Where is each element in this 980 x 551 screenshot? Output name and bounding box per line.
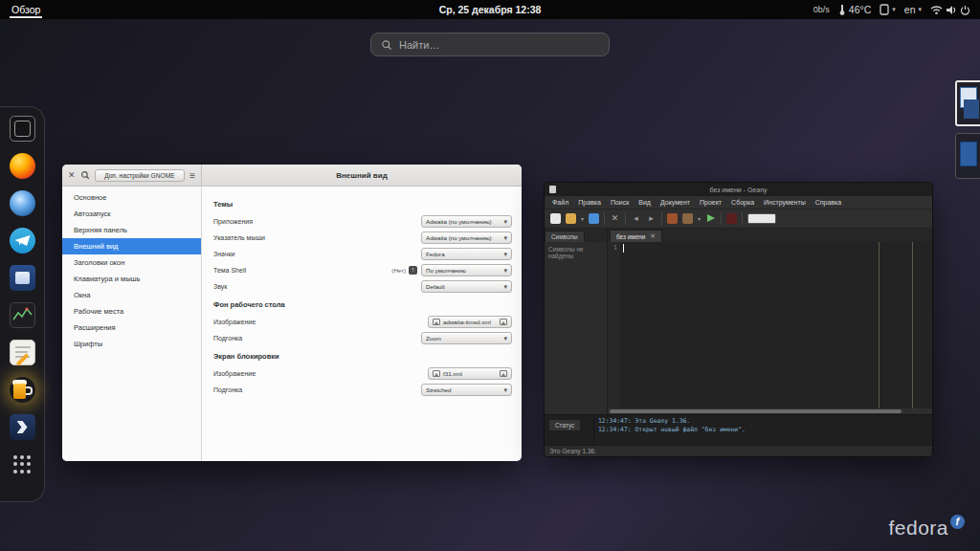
sidebar-item-topbar[interactable]: Верхняя панель — [62, 222, 201, 238]
sidebar-item-keyboard-mouse[interactable]: Клавиатура и мышь — [62, 271, 201, 287]
browser-icon — [10, 190, 35, 216]
new-file-button[interactable] — [550, 213, 561, 224]
geany-window[interactable]: без имени - Geany Файл Правка Поиск Вид … — [544, 182, 933, 457]
tab-untitled-document[interactable]: без имени ✕ — [610, 230, 662, 242]
screenshot-icon — [10, 116, 35, 142]
tweaks-window[interactable]: ✕ Доп. настройки GNOME ≡ Внешний вид Осн… — [62, 165, 522, 461]
close-document-button[interactable]: ✕ — [610, 213, 620, 224]
menu-edit[interactable]: Правка — [574, 198, 605, 207]
cursor-theme-select[interactable]: Adwaita (по умолчанию)▾ — [421, 231, 512, 244]
dash-item-app[interactable] — [10, 414, 35, 440]
system-menu[interactable] — [930, 5, 970, 15]
shell-theme-select[interactable]: По умолчанию▾ — [421, 264, 512, 276]
lock-image-button[interactable]: f31.xml — [428, 367, 512, 380]
sidebar-item-fonts[interactable]: Шрифты — [62, 336, 201, 352]
chevron-down-icon: ▾ — [503, 234, 507, 242]
close-icon[interactable]: ✕ — [650, 232, 656, 240]
color-chooser-button[interactable] — [726, 213, 737, 224]
menu-help[interactable]: Справка — [812, 198, 845, 207]
close-icon[interactable]: ✕ — [68, 170, 76, 180]
sidebar-item-general[interactable]: Основное — [62, 189, 201, 206]
save-button[interactable] — [589, 213, 599, 224]
dash-item-beer-app[interactable] — [10, 377, 35, 403]
menu-build[interactable]: Сборка — [727, 198, 758, 207]
menu-tools[interactable]: Инструменты — [760, 198, 810, 207]
menu-document[interactable]: Документ — [657, 198, 694, 207]
show-applications-button[interactable] — [10, 452, 35, 477]
sidebar-item-appearance[interactable]: Внешний вид — [62, 238, 201, 254]
hamburger-menu-icon[interactable]: ≡ — [189, 170, 195, 181]
temperature-indicator[interactable]: 46°C — [838, 4, 871, 15]
sound-theme-select[interactable]: Default▾ — [421, 280, 512, 293]
dash-item-files[interactable] — [10, 265, 35, 291]
fedora-infinity-icon: f — [950, 515, 965, 529]
section-heading-desktop-background: Фон рабочего стола — [213, 300, 512, 309]
navigate-back-button[interactable]: ◂ — [631, 213, 641, 224]
icon-theme-select[interactable]: Fedora▾ — [421, 248, 512, 260]
removable-media-indicator[interactable]: ▾ — [880, 4, 896, 15]
geany-statusbar: Это Geany 1.36. — [545, 445, 932, 456]
dash-item-system-monitor[interactable] — [10, 302, 35, 328]
sidebar-item-workspaces[interactable]: Рабочие места — [62, 303, 201, 320]
status-message: 12:34:47: Открыт новый файл "без имени". — [598, 426, 928, 434]
long-line-marker — [912, 242, 913, 408]
desktop-image-button[interactable]: adwaita-timed.xml — [428, 316, 512, 328]
dash-item-text-editor[interactable] — [10, 340, 35, 365]
dash-item-browser[interactable] — [10, 190, 35, 216]
geany-titlebar[interactable]: без имени - Geany — [545, 183, 932, 196]
clock[interactable]: Ср, 25 декабря 12:38 — [439, 4, 542, 15]
sidebar-item-extensions[interactable]: Расширения — [62, 320, 201, 336]
editor-area[interactable]: 1 — [608, 242, 932, 408]
compile-button[interactable] — [667, 213, 678, 224]
dash-item-firefox[interactable] — [10, 153, 35, 179]
section-heading-themes: Темы — [213, 200, 512, 209]
menu-search[interactable]: Поиск — [607, 198, 633, 207]
build-button[interactable] — [682, 213, 693, 224]
fedora-logo: fedora f — [888, 517, 965, 540]
chevron-down-icon: ▾ — [918, 6, 922, 13]
tab-status[interactable]: Статус — [548, 419, 581, 431]
desktop-adjustment-select[interactable]: Zoom▾ — [421, 332, 512, 344]
chevron-down-icon: ▾ — [503, 283, 507, 291]
power-icon — [960, 5, 970, 15]
window-title-button[interactable]: Доп. настройки GNOME — [95, 169, 186, 182]
menu-view[interactable]: Вид — [635, 198, 655, 207]
applications-theme-select[interactable]: Adwaita (по умолчанию)▾ — [421, 215, 512, 228]
tab-symbols[interactable]: Символы — [545, 231, 585, 242]
scrollbar-thumb[interactable] — [610, 409, 902, 413]
chevron-down-icon[interactable]: ▾ — [698, 215, 701, 222]
keyboard-layout-indicator[interactable]: en▾ — [904, 4, 922, 15]
goto-line-entry[interactable] — [747, 213, 776, 224]
workspace-switcher — [955, 80, 980, 179]
search-icon[interactable] — [80, 170, 90, 180]
status-messages: 12:34:47: Это Geany 1.36. 12:34:47: Откр… — [594, 415, 932, 445]
dash-item-screenshot[interactable] — [10, 116, 35, 142]
open-file-button[interactable] — [566, 213, 576, 224]
search-field[interactable]: Найти… — [370, 33, 610, 56]
shell-theme-warning-icon: ! — [409, 266, 417, 275]
files-icon — [10, 265, 35, 291]
horizontal-scrollbar[interactable] — [608, 408, 932, 414]
volume-icon — [946, 5, 957, 15]
workspace-thumbnail-1[interactable] — [955, 80, 980, 126]
sidebar-item-titlebars[interactable]: Заголовки окон — [62, 254, 201, 271]
menu-project[interactable]: Проект — [696, 198, 725, 207]
lock-adjustment-select[interactable]: Stretched▾ — [421, 384, 512, 396]
menu-file[interactable]: Файл — [548, 198, 572, 207]
setting-row: Приложения Adwaita (по умолчанию)▾ — [213, 213, 512, 230]
run-button[interactable] — [705, 213, 716, 224]
sidebar-item-autostart[interactable]: Автозапуск — [62, 206, 201, 222]
tweaks-headerbar: ✕ Доп. настройки GNOME ≡ Внешний вид — [62, 165, 522, 187]
system-monitor-icon — [10, 302, 35, 328]
chevron-down-icon[interactable]: ▾ — [581, 215, 584, 222]
dash-item-telegram[interactable] — [10, 228, 35, 253]
workspace-thumbnail-2[interactable] — [955, 133, 980, 179]
shell-theme-note: (Нет) — [391, 267, 406, 274]
setting-row: Подгонка Zoom▾ — [213, 330, 512, 346]
text-caret — [623, 244, 624, 253]
sidebar-item-windows[interactable]: Окна — [62, 287, 201, 303]
firefox-icon — [10, 153, 35, 179]
activities-button[interactable]: Обзор — [10, 2, 42, 18]
wifi-icon — [930, 5, 943, 15]
navigate-forward-button[interactable]: ▸ — [646, 213, 657, 224]
